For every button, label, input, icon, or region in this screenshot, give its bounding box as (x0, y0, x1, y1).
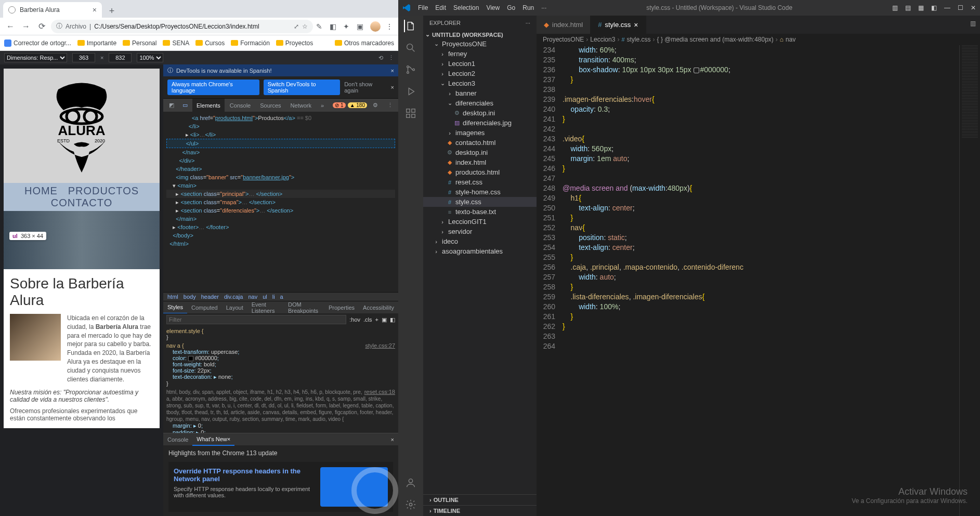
address-bar[interactable]: ⓘ Archivo | C:/Users/Sena/Desktop/Proyec… (51, 20, 313, 33)
editor-tab[interactable]: #style.css× (591, 16, 646, 34)
width-input[interactable] (72, 53, 95, 62)
tree-file[interactable]: ⚙desktop.ini (423, 148, 537, 157)
tree-file[interactable]: #style-home.css (423, 187, 537, 197)
tree-folder[interactable]: banner (423, 88, 537, 98)
cls-toggle[interactable]: .cls (363, 316, 372, 323)
box-icon[interactable]: ▣ (382, 316, 387, 323)
side-panel-icon[interactable]: ▣ (357, 22, 365, 31)
reload-button[interactable]: ⟳ (35, 20, 48, 33)
maximize-icon[interactable]: ☐ (958, 4, 963, 11)
kebab-menu-icon[interactable]: ⋮ (386, 22, 394, 31)
close-icon[interactable]: ✕ (971, 4, 976, 11)
breadcrumb[interactable]: ProyectosONE› Leccion3› #style.css› { } … (537, 34, 980, 45)
menu-go[interactable]: Go (507, 4, 515, 11)
menu-run[interactable]: Run (522, 4, 534, 11)
device-select[interactable]: Dimensions: Resp... (4, 53, 67, 62)
new-tab-button[interactable]: + (105, 4, 119, 18)
forward-button[interactable]: → (20, 20, 32, 33)
rotate-icon[interactable]: ⟲ (378, 55, 383, 61)
other-bookmarks[interactable]: Otros marcadores (335, 39, 394, 47)
tree-folder[interactable]: imagenes (423, 128, 537, 138)
zoom-select[interactable]: 100% (137, 53, 163, 62)
close-tab-icon[interactable]: × (634, 21, 638, 29)
height-input[interactable] (109, 53, 132, 62)
editor-tab[interactable]: ◆index.html (537, 16, 591, 34)
close-drawer-icon[interactable]: × (387, 436, 398, 443)
menu-more[interactable]: ··· (541, 4, 546, 11)
split-editor-icon[interactable]: ▥ (966, 16, 980, 34)
account-icon[interactable] (404, 477, 417, 489)
wn-card[interactable]: Override HTTP response headers in the Ne… (168, 462, 393, 512)
source-control-icon[interactable] (404, 63, 417, 76)
tree-folder[interactable]: servidor (423, 227, 537, 236)
tree-file[interactable]: ◆productos.html (423, 167, 537, 177)
tab-elements[interactable]: Elements (192, 99, 225, 112)
menu-file[interactable]: File (418, 4, 428, 11)
tree-file[interactable]: ≡texto-base.txt (423, 207, 537, 217)
bookmark-item[interactable]: Importante (77, 39, 116, 47)
tree-file[interactable]: ◆index.html (423, 157, 537, 167)
menu-view[interactable]: View (486, 4, 500, 11)
dont-show-link[interactable]: Don't show again (344, 81, 386, 94)
search-icon[interactable] (404, 42, 417, 54)
minimap[interactable] (959, 45, 980, 516)
warn-badge[interactable]: ▲ 180 (348, 102, 367, 108)
layout-icon[interactable]: ▥ (892, 4, 898, 11)
settings-icon[interactable]: ⚙ (369, 99, 382, 112)
tab-dombp[interactable]: DOM Breakpoints (284, 301, 324, 314)
close-tab-icon[interactable]: × (93, 6, 97, 14)
close-banner-icon[interactable]: × (391, 68, 394, 74)
extensions-icon[interactable]: ✦ (343, 22, 351, 31)
plus-icon[interactable]: + (375, 316, 378, 323)
bookmark-item[interactable]: Personal (123, 39, 156, 47)
outline-section[interactable]: ›OUTLINE (423, 494, 537, 505)
explorer-icon[interactable] (404, 20, 416, 32)
layout-icon[interactable]: ◧ (931, 4, 937, 11)
hov-toggle[interactable]: :hov (349, 316, 360, 323)
layout-icon[interactable]: ▤ (905, 4, 911, 11)
tree-folder[interactable]: Leccion3 (423, 78, 537, 88)
style-source-link[interactable]: reset.css:18 (364, 389, 395, 395)
explorer-more-icon[interactable]: ··· (526, 20, 530, 26)
tabs-more-icon[interactable]: » (317, 99, 328, 112)
always-match-button[interactable]: Always match Chrome's language (167, 80, 259, 95)
translate-icon[interactable]: ⤢ (294, 23, 299, 30)
minimize-icon[interactable]: — (944, 4, 950, 11)
extensions-icon[interactable] (404, 107, 417, 120)
tree-file[interactable]: ▨diferenciales.jpg (423, 118, 537, 128)
error-badge[interactable]: ⊘ 1 (333, 102, 345, 108)
tab-layout[interactable]: Layout (222, 301, 247, 314)
bookmark-item[interactable]: Corrector de ortogr... (4, 39, 71, 47)
tab-sources[interactable]: Sources (256, 99, 285, 112)
bookmark-item[interactable]: Proyectos (276, 39, 313, 47)
code-editor[interactable]: 2342352362372382392402412422432442452462… (537, 45, 980, 516)
tab-console[interactable]: Console (226, 99, 255, 112)
device-toggle-icon[interactable]: ▭ (179, 99, 191, 112)
tree-folder[interactable]: ideco (423, 236, 537, 246)
tree-folder[interactable]: ProyectosONE (423, 39, 537, 49)
tab-computed[interactable]: Computed (187, 301, 222, 314)
tree-file[interactable]: #reset.css (423, 177, 537, 187)
bookmark-item[interactable]: Formación (231, 39, 270, 47)
tree-file[interactable]: #style.css (423, 197, 537, 207)
menu-selection[interactable]: Selection (453, 4, 479, 11)
menu-edit[interactable]: Edit (435, 4, 446, 11)
bookmark-item[interactable]: Cursos (195, 39, 225, 47)
settings-gear-icon[interactable] (404, 498, 417, 511)
debug-icon[interactable] (404, 85, 417, 98)
workspace-title[interactable]: ⌄UNTITLED (WORKSPACE) (423, 30, 537, 39)
devtools-menu-icon[interactable]: ⋮ (384, 99, 396, 112)
more-icon[interactable]: ⋮ (388, 55, 394, 61)
star-icon[interactable]: ☆ (302, 23, 308, 30)
layout-icon[interactable]: ▦ (918, 4, 924, 11)
inspect-icon[interactable]: ◩ (165, 99, 178, 112)
bookmark-item[interactable]: SENA (163, 39, 189, 47)
tree-file[interactable]: ◆contacto.html (423, 138, 537, 148)
style-source-link[interactable]: style.css:27 (365, 342, 395, 349)
close-actions-icon[interactable]: × (391, 84, 394, 90)
tree-folder[interactable]: diferenciales (423, 98, 537, 108)
tab-styles[interactable]: Styles (163, 301, 187, 314)
styles-pane[interactable]: element.style { } style.css:27 nav a { t… (163, 326, 398, 433)
back-button[interactable]: ← (4, 20, 17, 33)
ext1-icon[interactable]: ◧ (330, 22, 338, 31)
